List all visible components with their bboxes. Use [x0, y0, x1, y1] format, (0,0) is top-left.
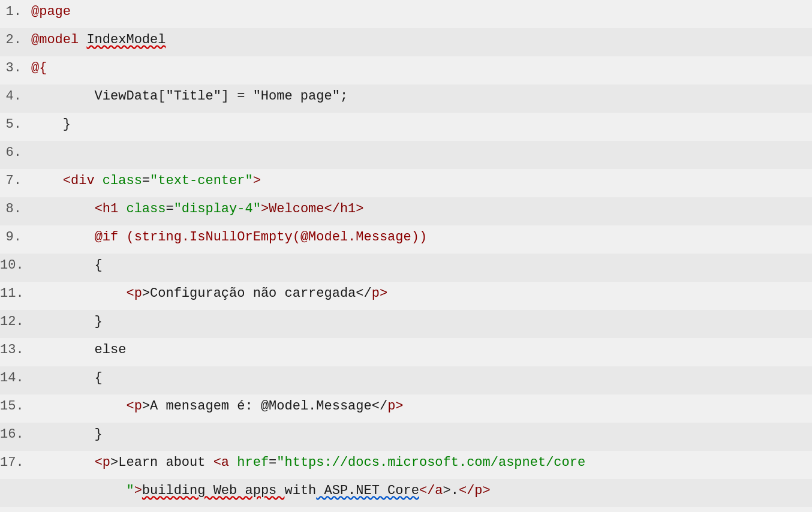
token: {: [31, 371, 103, 385]
line-content: }: [29, 114, 812, 135]
token: a: [435, 483, 443, 498]
token: >A mensagem é: @Model.Message</: [142, 399, 387, 414]
token: [31, 455, 95, 470]
token: >: [380, 286, 387, 301]
token: [31, 286, 126, 301]
token: [95, 173, 103, 188]
line-number: 15.: [0, 396, 29, 417]
token: >Learn about: [110, 455, 213, 470]
token: =: [269, 455, 276, 470]
token: else: [31, 342, 126, 357]
code-line: 17. <p>Learn about <a href="https://docs…: [0, 451, 812, 479]
token: [31, 173, 63, 188]
token: with: [284, 483, 316, 498]
code-line: 1.@page: [0, 0, 812, 28]
line-content: else: [29, 339, 812, 360]
token: >: [134, 483, 142, 498]
line-number: 6.: [0, 142, 29, 163]
line-content: }: [29, 311, 812, 332]
token: class: [103, 173, 142, 188]
code-line: 8. <h1 class="display-4">Welcome</h1>: [0, 197, 812, 225]
token: <h1: [95, 201, 119, 216]
code-line: 5. }: [0, 113, 812, 141]
token: </: [459, 483, 474, 498]
line-number: 7.: [0, 170, 29, 191]
token: href: [237, 455, 269, 470]
line-content: <p>Configuração não carregada</p>: [29, 283, 812, 304]
code-line: 10. {: [0, 254, 812, 282]
token: <p: [126, 286, 142, 301]
token: >: [253, 173, 261, 188]
line-content: @page: [29, 1, 812, 22]
token: <p: [126, 399, 142, 414]
token: <div: [63, 173, 95, 188]
token: @{: [31, 61, 47, 76]
token: =: [166, 201, 173, 216]
token: <p: [95, 455, 110, 470]
code-line: 3.@{: [0, 56, 812, 85]
token: ": [31, 483, 134, 498]
token: ASP.NET Core: [316, 483, 419, 498]
token: =: [142, 173, 150, 188]
line-content: {: [29, 255, 812, 276]
line-content: <p>A mensagem é: @Model.Message</p>: [29, 396, 812, 417]
token: >Configuração não carregada</: [142, 286, 372, 301]
code-line: 2.@model IndexModel: [0, 28, 812, 56]
token: >: [395, 399, 403, 414]
token: h1: [340, 201, 356, 216]
line-number: 17.: [0, 452, 29, 473]
token: IndexModel: [86, 32, 166, 47]
token: </: [419, 483, 435, 498]
code-line: 11. <p>Configuração não carregada</p>: [0, 282, 812, 310]
token: @page: [31, 4, 71, 19]
code-line: 14. {: [0, 366, 812, 394]
token: }: [31, 117, 71, 132]
line-content: ViewData["Title"] = "Home page";: [29, 86, 812, 107]
token: <a: [213, 455, 229, 470]
token: }: [31, 427, 103, 442]
line-content: }: [29, 424, 812, 445]
code-line: 13. else: [0, 338, 812, 366]
line-number: 9.: [0, 227, 29, 248]
line-number: 2.: [0, 29, 29, 50]
line-number: 1.: [0, 1, 29, 22]
token: p: [372, 286, 380, 301]
line-number: 11.: [0, 283, 29, 304]
code-line: 15. <p>A mensagem é: @Model.Message</p>: [0, 394, 812, 423]
line-content: ">building Web apps with ASP.NET Core</a…: [29, 480, 812, 501]
code-line: 7. <div class="text-center">: [0, 169, 812, 197]
code-line: 12. }: [0, 310, 812, 338]
token: p: [387, 399, 395, 414]
line-number: 14.: [0, 368, 29, 388]
line-number: 13.: [0, 339, 29, 360]
line-content: </div>: [29, 508, 812, 512]
line-content: <h1 class="display-4">Welcome</h1>: [29, 198, 812, 219]
token: >.: [443, 483, 459, 498]
line-number: 10.: [0, 255, 29, 276]
line-content: <div class="text-center">: [29, 170, 812, 191]
line-number: 4.: [0, 86, 29, 107]
code-editor: 1.@page2.@model IndexModel3.@{4. ViewDat…: [0, 0, 812, 512]
code-line: ">building Web apps with ASP.NET Core</a…: [0, 479, 812, 507]
token: @if (string.IsNullOrEmpty(@Model.Message…: [95, 230, 428, 245]
token: "text-center": [150, 173, 253, 188]
token: [31, 399, 126, 414]
line-number: 8.: [0, 198, 29, 219]
code-line: 16. }: [0, 423, 812, 451]
code-line: 4. ViewData["Title"] = "Home page";: [0, 85, 812, 113]
line-number: 5.: [0, 114, 29, 135]
line-number: 12.: [0, 311, 29, 332]
line-content: @if (string.IsNullOrEmpty(@Model.Message…: [29, 227, 812, 248]
token: }: [31, 314, 103, 329]
code-line: 18. </div>: [0, 507, 812, 512]
token: class: [126, 201, 166, 216]
token: @model: [31, 32, 86, 47]
token: [229, 455, 237, 470]
token: >Welcome</: [261, 201, 340, 216]
line-number: 18.: [0, 508, 29, 512]
line-number: 3.: [0, 58, 29, 79]
line-content: @model IndexModel: [29, 29, 812, 50]
line-content: @{: [29, 58, 812, 79]
token: {: [31, 258, 103, 273]
line-number: 16.: [0, 424, 29, 445]
